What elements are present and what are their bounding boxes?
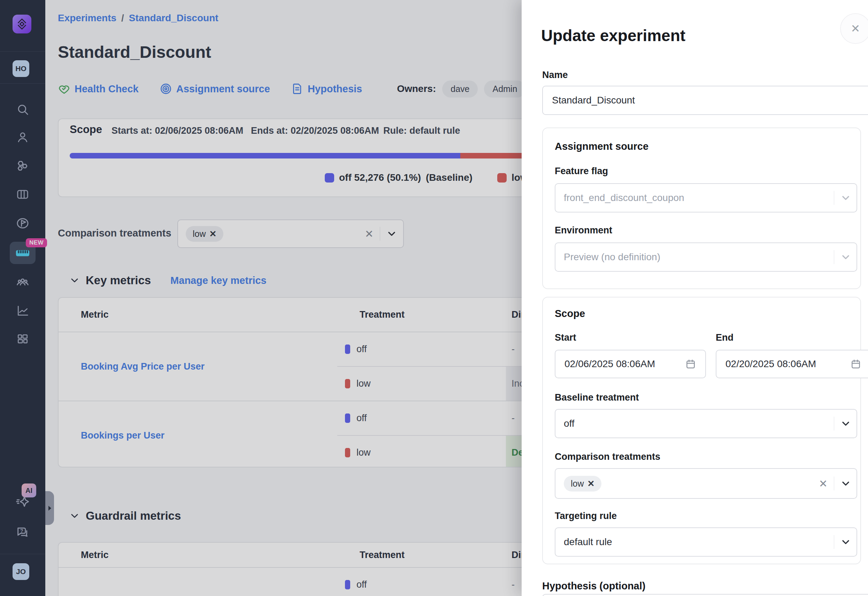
- owners-group: Owners: dave Admin: [397, 80, 526, 97]
- treatment-swatch: [345, 345, 350, 354]
- app-window: HO NEW: [0, 0, 868, 596]
- sidebar-item-help[interactable]: ?: [10, 521, 35, 543]
- legend-baseline: off 52,276 (50.1%) (Baseline): [325, 172, 472, 183]
- owner-chip[interactable]: dave: [442, 80, 478, 97]
- owner-chip[interactable]: Admin: [484, 80, 526, 97]
- scope-card-title: Scope: [70, 123, 102, 136]
- chevron-down-icon[interactable]: [840, 478, 851, 489]
- panel-comparison-treatments-label: Comparison treatments: [555, 451, 660, 462]
- name-label: Name: [542, 70, 568, 80]
- divider: [834, 477, 834, 490]
- collapse-chevron-icon[interactable]: [70, 276, 80, 285]
- metric-link[interactable]: Bookings per User: [81, 430, 164, 441]
- guardrail-metrics-header: Guardrail metrics: [70, 509, 181, 522]
- treatment-chip-low[interactable]: low ✕: [564, 476, 601, 491]
- treatment-chip-low[interactable]: low ✕: [186, 226, 223, 242]
- treatment-swatch: [345, 448, 350, 457]
- statsig-logo[interactable]: [13, 15, 31, 34]
- panel-expand-handle[interactable]: [45, 491, 54, 525]
- clear-icon[interactable]: ✕: [365, 228, 373, 240]
- divider: [380, 227, 380, 241]
- assignment-source-title: Assignment source: [555, 141, 648, 152]
- document-icon: [291, 83, 304, 95]
- help-chat-icon: ?: [16, 525, 30, 539]
- workspace-badge[interactable]: HO: [13, 60, 29, 77]
- columns-icon: [16, 188, 29, 201]
- feature-flag-label: Feature flag: [555, 166, 608, 177]
- ends-at-text: Ends at: 02/20/2025 08:06AM: [251, 125, 379, 136]
- name-input[interactable]: Standard_Discount: [542, 86, 868, 115]
- sidebar-item-experiments[interactable]: NEW: [10, 242, 35, 264]
- new-badge: NEW: [26, 238, 47, 247]
- expand-right-icon: [47, 505, 52, 511]
- environment-select: Preview (no definition): [555, 242, 857, 272]
- treatment-swatch: [345, 413, 350, 423]
- panel-comparison-treatments-select[interactable]: low ✕ ✕: [555, 468, 857, 499]
- sidebar-item-dashboards[interactable]: [10, 328, 35, 350]
- line-chart-icon: [16, 304, 29, 317]
- col-treatment: Treatment: [337, 550, 506, 561]
- comparison-treatments-select[interactable]: low ✕ ✕: [177, 220, 404, 248]
- sidebar: HO NEW: [0, 0, 45, 596]
- targeting-rule-select[interactable]: default rule: [555, 527, 857, 557]
- sidebar-item-analytics[interactable]: [10, 299, 35, 322]
- people-group-icon: [16, 275, 30, 289]
- chevron-down-icon[interactable]: [840, 537, 851, 547]
- col-metric: Metric: [59, 550, 337, 561]
- chip-remove-icon[interactable]: ✕: [588, 479, 595, 489]
- logo-glyph: [16, 18, 28, 30]
- owners-label: Owners:: [397, 83, 436, 94]
- end-date-input[interactable]: 02/20/2025 08:06AM: [716, 350, 868, 378]
- sidebar-item-segments[interactable]: [10, 183, 35, 205]
- sidebar-item-users[interactable]: [10, 126, 35, 148]
- guardrail-metrics-title: Guardrail metrics: [86, 509, 181, 522]
- comparison-treatments-label: Comparison treatments: [58, 227, 171, 239]
- sidebar-item-flags[interactable]: [10, 155, 35, 177]
- flag-circle-icon: [16, 216, 30, 230]
- rule-text: Rule: default rule: [383, 125, 460, 136]
- col-metric: Metric: [59, 309, 337, 320]
- ai-badge: AI: [22, 484, 36, 497]
- hypothesis-link[interactable]: Hypothesis: [291, 83, 362, 95]
- breadcrumb-link-experiments[interactable]: Experiments: [58, 13, 117, 24]
- update-experiment-panel: Update experiment ✕ Name Standard_Discou…: [522, 0, 868, 596]
- collapse-chevron-icon[interactable]: [70, 511, 80, 521]
- experiment-meta-row: Health Check Assignment source Hypothesi…: [58, 80, 526, 97]
- treatment-swatch: [345, 379, 350, 388]
- hypothesis-textarea[interactable]: [542, 594, 868, 596]
- person-icon: [16, 131, 29, 144]
- close-icon: ✕: [851, 22, 860, 35]
- experiments-ruler-icon: [15, 246, 30, 260]
- assignment-source-link[interactable]: Assignment source: [159, 83, 270, 95]
- sidebar-item-search[interactable]: [10, 98, 35, 121]
- hypothesis-label: Hypothesis (optional): [542, 580, 645, 592]
- chevron-down-icon[interactable]: [840, 418, 851, 429]
- svg-text:?: ?: [20, 528, 24, 534]
- metric-link[interactable]: Booking Avg Price per User: [81, 361, 205, 372]
- divider: [0, 554, 45, 554]
- baseline-swatch: [325, 173, 334, 183]
- breadcrumb-separator: /: [121, 13, 124, 24]
- manage-key-metrics-link[interactable]: Manage key metrics: [170, 275, 267, 286]
- calendar-icon[interactable]: [850, 358, 861, 370]
- close-button[interactable]: ✕: [840, 13, 868, 44]
- hexagons-icon: [16, 159, 30, 173]
- calendar-icon[interactable]: [685, 358, 696, 370]
- user-avatar-badge[interactable]: JO: [13, 563, 29, 580]
- dashboard-grid-icon: [16, 333, 29, 346]
- breadcrumb-link-experiment[interactable]: Standard_Discount: [129, 13, 218, 24]
- clear-icon[interactable]: ✕: [819, 478, 828, 490]
- sidebar-item-releases[interactable]: [10, 212, 35, 235]
- health-check-link[interactable]: Health Check: [58, 83, 139, 95]
- chip-remove-icon[interactable]: ✕: [210, 229, 217, 239]
- panel-title: Update experiment: [541, 26, 685, 45]
- chevron-down-icon[interactable]: [387, 229, 397, 239]
- sidebar-item-audience[interactable]: [10, 271, 35, 293]
- start-date-input[interactable]: 02/06/2025 08:06AM: [555, 350, 706, 378]
- baseline-treatment-select[interactable]: off: [555, 409, 857, 438]
- chevron-down-icon: [840, 193, 851, 203]
- start-label: Start: [555, 332, 576, 343]
- key-metrics-title: Key metrics: [86, 274, 151, 287]
- key-metrics-header: Key metrics Manage key metrics: [70, 274, 267, 287]
- sidebar-item-ai-assistant[interactable]: AI: [10, 490, 35, 513]
